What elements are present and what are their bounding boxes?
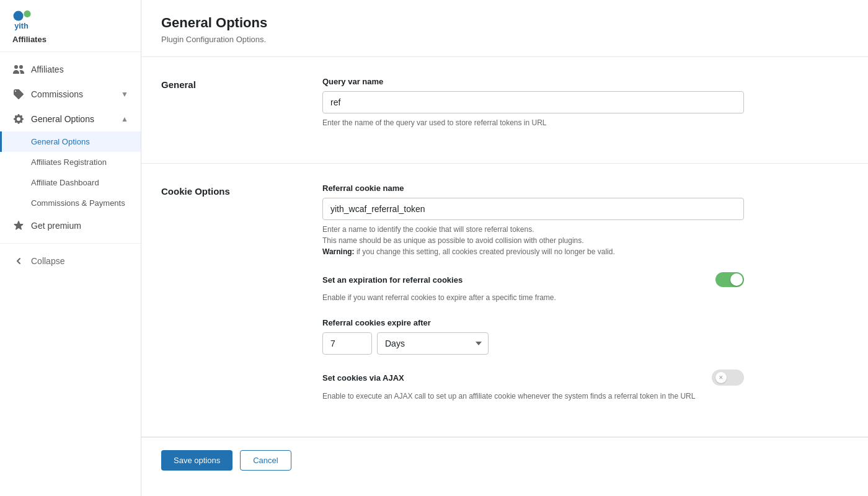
tag-icon [12,88,25,100]
x-icon: ✕ [715,372,727,383]
query-var-input[interactable] [322,91,744,113]
expiration-toggle-thumb [730,273,743,286]
sidebar: yith Affiliates Affiliates Commissions ▼ [0,0,141,496]
yith-logo-container: yith [12,10,128,32]
sidebar-nav: Affiliates Commissions ▼ General Options… [0,52,141,496]
svg-point-1 [24,11,30,17]
gear-icon [12,113,25,125]
expiration-desc: Enable if you want referral cookies to e… [322,292,744,303]
sidebar-brand-label: Affiliates [12,35,128,44]
submenu-item-affiliates-registration[interactable]: Affiliates Registration [0,152,141,172]
ajax-cookies-field-group: Set cookies via AJAX ✕ Enable to execute… [322,370,744,402]
users-icon [12,63,25,76]
save-button[interactable]: Save options [161,450,232,471]
referral-cookie-desc-line2: This name should be as unique as possibl… [322,236,584,245]
bottom-bar: Save options Cancel [141,437,868,483]
chevron-up-icon: ▲ [121,115,128,123]
query-var-label: Query var name [322,77,744,86]
chevron-down-icon: ▼ [121,90,128,99]
cookie-section-title: Cookie Options [161,184,298,197]
referral-cookie-label: Referral cookie name [322,184,744,193]
referral-cookie-warning-label: Warning: [322,247,355,256]
general-section-layout: General Query var name Enter the name of… [161,77,848,143]
yith-logo-svg: yith [12,10,42,32]
submenu-commissions-payments-label: Commissions & Payments [31,198,125,208]
star-icon [12,219,25,232]
submenu-general-options-label: General Options [31,137,90,146]
expiration-label: Set an expiration for referral cookies [322,275,463,285]
expire-after-field-group: Referral cookies expire after Days Hours… [322,318,744,355]
main-content: General Options Plugin Configuration Opt… [141,0,868,496]
expiry-unit-select[interactable]: Days Hours Minutes [377,332,489,355]
expiration-toggle-track [715,272,744,287]
expiration-field-group: Set an expiration for referral cookies E… [322,272,744,303]
sidebar-item-commissions[interactable]: Commissions ▼ [0,82,141,107]
expiry-number-input[interactable] [322,332,372,355]
sidebar-item-collapse[interactable]: Collapse [0,249,141,273]
general-options-submenu: General Options Affiliates Registration … [0,131,141,213]
sidebar-item-general-options[interactable]: General Options ▲ [0,107,141,131]
referral-cookie-input[interactable] [322,198,744,220]
ajax-cookies-toggle[interactable]: ✕ [712,370,744,386]
ajax-cookies-label: Set cookies via AJAX [322,373,404,383]
submenu-item-commissions-payments[interactable]: Commissions & Payments [0,193,141,213]
submenu-affiliates-registration-label: Affiliates Registration [31,157,107,167]
referral-cookie-desc-line3: if you change this setting, all cookies … [355,247,615,256]
general-section: General Query var name Enter the name of… [141,57,868,164]
expiration-toggle[interactable] [715,272,744,287]
referral-cookie-field-group: Referral cookie name Enter a name to ide… [322,184,744,257]
sidebar-item-get-premium-label: Get premium [31,221,81,231]
nav-divider [0,243,141,244]
query-var-desc: Enter the name of the query var used to … [322,117,744,128]
arrow-left-icon [12,255,25,267]
page-subtitle: Plugin Configuration Options. [161,35,848,44]
general-section-title-col: General [161,77,298,143]
cookie-section-layout: Cookie Options Referral cookie name Ente… [161,184,848,417]
ajax-cookies-desc: Enable to execute an AJAX call to set up… [322,391,744,402]
cookie-section: Cookie Options Referral cookie name Ente… [141,164,868,437]
submenu-item-general-options[interactable]: General Options [0,131,141,152]
query-var-field-group: Query var name Enter the name of the que… [322,77,744,128]
sidebar-item-affiliates[interactable]: Affiliates [0,57,141,82]
sidebar-item-commissions-label: Commissions [31,89,83,99]
sidebar-item-collapse-label: Collapse [31,256,64,266]
submenu-item-affiliate-dashboard[interactable]: Affiliate Dashboard [0,172,141,193]
submenu-affiliate-dashboard-label: Affiliate Dashboard [31,178,99,187]
expiry-row: Days Hours Minutes [322,332,744,355]
referral-cookie-desc: Enter a name to identify the cookie that… [322,224,744,257]
expire-after-label: Referral cookies expire after [322,318,744,327]
cookie-section-title-col: Cookie Options [161,184,298,417]
sidebar-item-general-options-label: General Options [31,114,94,124]
referral-cookie-desc-line1: Enter a name to identify the cookie that… [322,225,534,234]
page-header: General Options Plugin Configuration Opt… [141,0,868,57]
svg-point-0 [14,11,24,21]
general-section-fields: Query var name Enter the name of the que… [322,77,744,143]
sidebar-logo: yith Affiliates [0,0,141,52]
svg-text:yith: yith [14,21,29,30]
sidebar-item-get-premium[interactable]: Get premium [0,213,141,238]
cancel-button[interactable]: Cancel [240,450,291,471]
expiration-toggle-row: Set an expiration for referral cookies [322,272,744,287]
general-section-title: General [161,77,298,90]
sidebar-item-affiliates-label: Affiliates [31,64,64,74]
cookie-section-fields: Referral cookie name Enter a name to ide… [322,184,744,417]
content-wrapper: General Options Plugin Configuration Opt… [141,0,868,496]
ajax-cookies-toggle-row: Set cookies via AJAX ✕ [322,370,744,386]
page-title: General Options [161,15,848,31]
